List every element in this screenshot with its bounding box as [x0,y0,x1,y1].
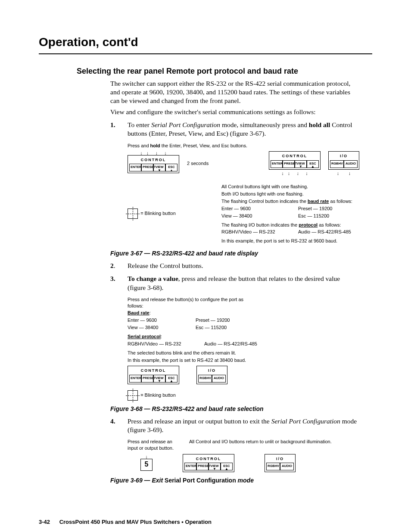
f69-control-panel: CONTROL ENTERPRESETVIEW▼ESC▲ [183,454,234,472]
f67-nc-post: as follows: [329,199,352,204]
f67-nc-pre: The flashing Control button indicates th… [221,199,308,204]
section-title: Selecting the rear panel Remote port pro… [77,66,372,76]
f67-two-seconds: 2 seconds [187,160,209,167]
f67-io-panel: I/O RGBHVAUDIO [328,151,359,169]
fig69-caption: Figure 3-69 — Exit Serial Port Configura… [110,476,359,484]
f67-io-label: I/O [330,153,358,159]
f67r-preset: PRESET [283,160,295,168]
f69-preset: PRESET [196,463,209,470]
f69-io-label: I/O [266,456,294,461]
intro-p2: View and configure the switcher's serial… [110,108,359,116]
s1-pre: To enter [128,121,151,128]
f68-legend: = Blinking button [140,392,176,397]
figure-68-block: Press and release the button(s) to confi… [128,296,359,401]
f67-control-panel-left: CONTROL ENTERPRESETVIEW▼ESC▲ [128,155,179,173]
f69-note: All Control and I/O buttons return to un… [189,439,359,445]
blink-icon [128,208,138,219]
f69-instr: Press and release an input or output but… [128,439,181,451]
step-4: 4. Press and release an input or output … [110,417,359,434]
step-2: 2. Release the Control buttons. [110,261,359,270]
page-number: 3-42 [39,519,50,525]
f68-ctrl-label: CONTROL [129,368,177,373]
f68-preset: Preset — 19200 [196,317,230,324]
f69-cap-bold: Serial Port Configuration [165,477,236,484]
f68-esc: Esc — 115200 [196,324,227,331]
f69-esc: ESC▲ [221,463,233,470]
f68-io-panel: I/O RGBHVAUDIO [196,366,227,384]
f67l-esc: ESC▲ [165,164,177,171]
f67r-enter: ENTER [271,160,283,168]
s1-post: mode, simultaneously press and [220,121,309,128]
f67-nc-b: baud rate [308,199,329,204]
f69-cap-pre: Figure 3-69 — Exit [110,477,165,484]
f67-nd-pre: The flashing I/O button indicates the [221,222,299,227]
footer-text: CrossPoint 450 Plus and MAV Plus Switche… [59,519,212,525]
f67-legend: = Blinking button [140,211,176,216]
f69-rgbhv: RGBHV [266,463,280,470]
s4-ital: Serial Port Configuration [271,417,340,425]
fig67-caption: Figure 3-67 — RS-232/RS-422 and baud rat… [110,249,359,257]
s4-num: 4. [110,417,128,434]
f69-cap-post: mode [236,477,254,484]
f68-note1: The selected buttons blink and the other… [128,350,359,356]
f69-view: VIEW▼ [209,463,221,470]
step-1-num: 1. [110,121,128,138]
page-title: Operation, cont'd [39,34,372,50]
f68-view-b: VIEW▼ [153,375,165,383]
s4-pre: Press and release an input or output but… [128,417,271,425]
f68-enter: Enter — 9600 [128,317,188,324]
blink-icon-2 [128,390,138,401]
f68-rgbhv: RGBHV/Video — RS-232 [128,341,196,347]
f67-esc: Esc — 115200 [298,213,329,219]
f67-rgbhv-note: RGBHV/Video — RS-232 [221,229,290,235]
f67r-view: VIEW▼ [295,160,307,168]
f69-ctrl-label: CONTROL [184,456,233,461]
f67-control-panel-right: CONTROL ENTERPRESETVIEW▼ESC▲ [269,151,321,169]
f67-hold: hold [150,143,160,148]
f67-rgbhv: RGBHV [330,160,344,168]
f67l-preset: PRESET [141,164,153,171]
f67l-enter: ENTER [129,164,141,171]
f69-io-panel: I/O RGBHVAUDIO [265,454,296,472]
f67-na: All Control buttons light with one flash… [221,184,359,190]
f67-ctrl-l-label: CONTROL [129,157,177,162]
page-footer: 3-42 CrossPoint 450 Plus and MAV Plus Sw… [39,519,372,526]
f67-enter: Enter — 9600 [221,205,290,212]
f68-audio: Audio — RS-422/RS-485 [204,341,257,347]
f68-rgbhv-b: RGBHV [198,375,212,383]
f68-enter-b: ENTER [129,375,141,383]
f67-ctrl-r-label: CONTROL [271,153,319,159]
fig68-caption: Figure 3-68 — RS-232/RS-422 and baud rat… [110,405,359,413]
f67-preset: Preset — 19200 [298,205,333,212]
f68-proto-l: Serial protocol [128,334,161,339]
f68-io-label: I/O [198,368,226,373]
f69-enter: ENTER [184,463,196,470]
f67r-esc: ESC▲ [307,160,319,168]
f68-view: View — 38400 [128,324,188,331]
f67-nd-post: as follows: [318,222,341,227]
f67-example: In this example, the port is set to RS-2… [221,238,359,244]
f69-btn5: 5 [140,459,153,471]
f68-control-panel: CONTROL ENTERPRESETVIEW▼ESC▲ [128,366,179,384]
s1-holdall: hold all [309,121,330,128]
f68-esc-b: ESC▲ [165,375,177,383]
f67-nd-b: protocol [299,222,318,227]
f67-nb: Both I/O buttons light with one flashing… [221,191,359,197]
step-1: 1. To enter Serial Port Configuration mo… [110,121,359,138]
f68-audio-b: AUDIO [212,375,226,383]
s3-num: 3. [110,274,128,292]
s2-num: 2. [110,261,128,270]
title-rule [39,53,372,54]
f68-baud-l: Baud rate [128,310,149,315]
s1-ital: Serial Port Configuration [151,121,220,128]
s3-lead: To change a value [128,275,178,282]
f67-audio-note: Audio — RS-422/RS-485 [298,229,351,235]
f67-audio: AUDIO [344,160,358,168]
f68-note2: In this example, the port is set to RS-4… [128,357,359,364]
f67-view: View — 38400 [221,213,290,219]
figure-69-block: Press and release an input or output but… [128,439,359,472]
f68-preset-b: PRESET [141,375,153,383]
f67l-view: VIEW▼ [153,164,165,171]
s2-txt: Release the Control buttons. [128,261,359,270]
intro-p1: The switcher can support either the RS-2… [110,79,359,105]
